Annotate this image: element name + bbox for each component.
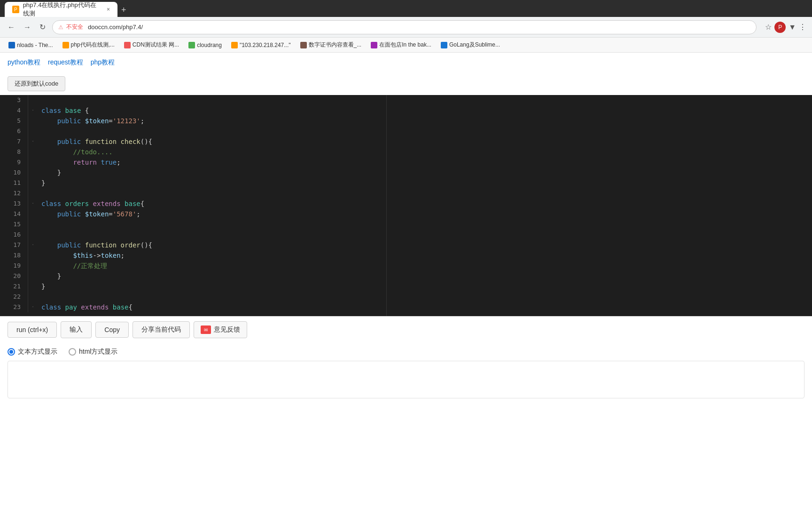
line-content-7: public function check(){ (38, 136, 812, 147)
nav-tab-php[interactable]: php教程 (91, 56, 115, 69)
run-button[interactable]: run (ctrl+x) (8, 322, 57, 338)
code-line-12: 12 (0, 188, 812, 198)
line-content-9: return true; (38, 157, 812, 167)
code-line-14: 14 public $token='5678'; (0, 209, 812, 219)
line-number-5: 5 (0, 116, 28, 126)
line-gutter-23: · (28, 302, 38, 312)
tab-close-button[interactable]: × (107, 6, 110, 13)
bookmark-0[interactable]: nloads - The... (5, 41, 57, 49)
line-content-11: } (38, 178, 812, 188)
bookmark-label-1: php代码在线测,... (71, 41, 115, 49)
reload-button[interactable]: ↻ (38, 21, 47, 33)
line-content-21: } (38, 281, 812, 292)
html-mode-label: html方式显示 (79, 348, 117, 356)
forward-button[interactable]: → (22, 21, 33, 33)
code-editor[interactable]: 3 4 · class base { 5 public $token='1212… (0, 95, 812, 316)
line-content-10: } (38, 167, 812, 178)
copy-button[interactable]: Copy (95, 322, 129, 338)
address-input[interactable]: ⚠ 不安全 dooccn.com/php7.4/ (52, 20, 757, 34)
line-content-14: public $token='5678'; (38, 209, 812, 219)
line-content-20: } (38, 271, 812, 281)
line-content-5: public $token='12123'; (38, 116, 812, 126)
input-button[interactable]: 输入 (61, 321, 92, 338)
code-line-15: 15 (0, 219, 812, 230)
code-line-10: 10 } (0, 167, 812, 178)
bookmark-label-2: CDN测试结果 网... (133, 41, 179, 49)
bookmark-label-0: nloads - The... (17, 42, 53, 48)
text-mode-radio[interactable] (8, 348, 15, 356)
bookmark-icon-7 (441, 42, 447, 48)
bookmark-label-7: GoLang及Sublime... (449, 41, 500, 49)
address-bar: ← → ↻ ⚠ 不安全 dooccn.com/php7.4/ ☆ P ▼ ⋮ (0, 17, 812, 38)
bookmark-icon-6 (371, 42, 377, 48)
bookmark-star-button[interactable]: ☆ (765, 22, 772, 33)
code-line-22: 22 (0, 292, 812, 302)
bookmark-1[interactable]: php代码在线测,... (59, 40, 118, 50)
address-bar-icons: ☆ P ▼ ⋮ (765, 22, 806, 33)
line-content-4: class base { (38, 105, 812, 116)
code-line-13: 13 · class orders extends base{ (0, 198, 812, 209)
line-gutter-4: · (28, 105, 38, 116)
back-button[interactable]: ← (6, 21, 17, 33)
line-number-15: 15 (0, 219, 28, 230)
line-content-8: //todo.... (38, 147, 812, 157)
line-content-18: $this->token; (38, 250, 812, 261)
feedback-icon: ✉ (201, 325, 211, 334)
menu-button[interactable]: ⋮ (799, 22, 806, 33)
code-line-7: 7 · public function check(){ (0, 136, 812, 147)
share-button[interactable]: 分享当前代码 (133, 321, 190, 338)
tab-title: php7.4在线执行,php代码在线测 (23, 1, 101, 18)
code-line-11: 11 } (0, 178, 812, 188)
code-line-19: 19 //正常处理 (0, 261, 812, 271)
line-number-11: 11 (0, 178, 28, 188)
security-icon: ⚠ (58, 24, 63, 31)
bookmark-label-5: 数字证书内容查看_... (309, 41, 362, 49)
reset-button[interactable]: 还原到默认code (8, 76, 65, 91)
code-line-17: 17 · public function order(){ (0, 240, 812, 250)
line-gutter-7: · (28, 136, 38, 147)
output-area (8, 361, 804, 398)
text-mode-label: 文本方式显示 (18, 348, 57, 356)
tab-favicon: P (12, 6, 19, 13)
bookmark-4[interactable]: "103.230.218.247..." (227, 41, 295, 49)
feedback-button[interactable]: ✉ 意见反馈 (194, 321, 247, 338)
extension-button[interactable]: ▼ (789, 22, 796, 33)
bookmark-2[interactable]: CDN测试结果 网... (120, 40, 183, 50)
line-number-9: 9 (0, 157, 28, 167)
new-tab-button[interactable]: + (117, 5, 130, 15)
line-number-17: 17 (0, 240, 28, 250)
html-mode-radio[interactable] (69, 348, 76, 356)
line-content-13: class orders extends base{ (38, 198, 812, 209)
bookmark-label-3: cloudrang (197, 42, 222, 48)
code-line-23: 23 · class pay extends base{ (0, 302, 812, 312)
browser-tab[interactable]: P php7.4在线执行,php代码在线测 × (5, 2, 117, 17)
bookmark-label-4: "103.230.218.247..." (240, 42, 291, 48)
code-line-20: 20 } (0, 271, 812, 281)
bookmark-3[interactable]: cloudrang (185, 41, 226, 49)
bookmark-6[interactable]: 在面包店In the bak... (367, 40, 435, 50)
line-content-23: class pay extends base{ (38, 302, 812, 312)
nav-tab-request[interactable]: request教程 (48, 56, 83, 69)
line-number-3: 3 (0, 95, 28, 105)
line-number-23: 23 (0, 302, 28, 312)
code-line-5: 5 public $token='12123'; (0, 116, 812, 126)
line-number-18: 18 (0, 250, 28, 261)
bookmark-7[interactable]: GoLang及Sublime... (437, 40, 504, 50)
page-content: python教程 request教程 php教程 还原到默认code 3 4 ·… (0, 53, 812, 398)
bookmark-icon-4 (231, 42, 238, 48)
html-mode-option[interactable]: html方式显示 (69, 348, 117, 356)
nav-tab-python[interactable]: python教程 (8, 56, 40, 69)
line-number-8: 8 (0, 147, 28, 157)
bookmark-icon-1 (62, 42, 69, 48)
feedback-label: 意见反馈 (214, 325, 240, 334)
bookmark-5[interactable]: 数字证书内容查看_... (297, 40, 366, 50)
bookmark-icon-3 (188, 42, 195, 48)
profile-button[interactable]: P (774, 22, 786, 33)
line-gutter-13: · (28, 198, 38, 209)
line-content-19: //正常处理 (38, 261, 812, 271)
code-line-8: 8 //todo.... (0, 147, 812, 157)
text-mode-option[interactable]: 文本方式显示 (8, 348, 57, 356)
code-line-3: 3 (0, 95, 812, 105)
code-line-18: 18 $this->token; (0, 250, 812, 261)
line-number-12: 12 (0, 188, 28, 198)
